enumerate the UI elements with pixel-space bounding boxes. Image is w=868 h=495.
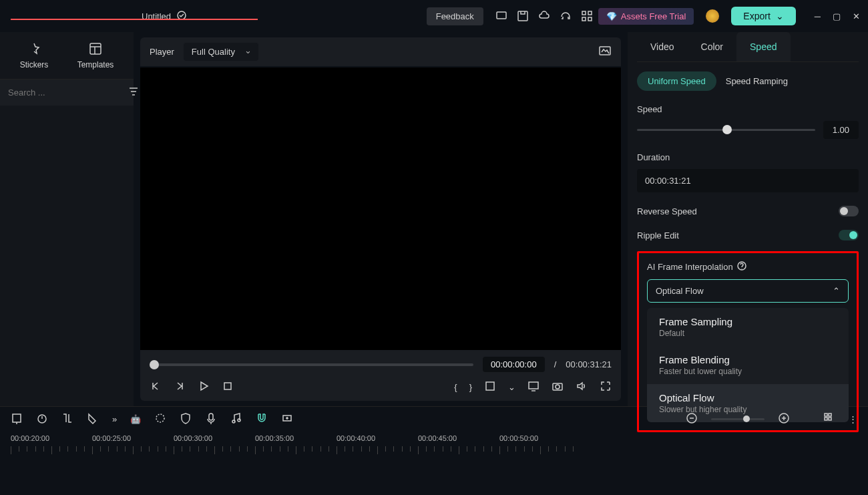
svg-rect-11 bbox=[224, 383, 231, 389]
cloud-icon[interactable] bbox=[538, 10, 550, 22]
svg-rect-13 bbox=[529, 382, 538, 389]
svg-rect-6 bbox=[588, 17, 592, 21]
interpolation-label: AI Frame Interpolation bbox=[647, 262, 733, 272]
tick-label: 00:00:30:00 bbox=[174, 434, 212, 442]
tab-video[interactable]: Video bbox=[637, 32, 688, 61]
time-separator: / bbox=[554, 359, 557, 369]
time-current: 00:00:00:00 bbox=[483, 357, 545, 372]
option-frame-blending[interactable]: Frame Blending Faster but lower quality bbox=[647, 346, 849, 384]
svg-point-23 bbox=[232, 420, 235, 423]
svg-rect-12 bbox=[486, 382, 494, 390]
progress-slider[interactable] bbox=[150, 363, 473, 366]
zoom-slider[interactable] bbox=[711, 418, 765, 420]
effects-icon[interactable] bbox=[154, 412, 166, 426]
video-preview[interactable] bbox=[140, 67, 621, 350]
headset-icon[interactable] bbox=[560, 10, 572, 22]
prev-frame-icon[interactable] bbox=[150, 380, 162, 394]
zoom-out-icon[interactable] bbox=[686, 412, 698, 426]
timeline-settings-icon[interactable]: ⋮ bbox=[849, 414, 857, 424]
next-frame-icon[interactable] bbox=[174, 380, 186, 394]
play-icon[interactable] bbox=[198, 380, 210, 394]
display-icon[interactable] bbox=[527, 380, 539, 394]
templates-label: Templates bbox=[77, 60, 114, 69]
svg-rect-36 bbox=[829, 418, 831, 420]
minimize-icon[interactable]: ─ bbox=[815, 11, 821, 21]
chevron-down-icon[interactable]: ⌄ bbox=[508, 382, 515, 392]
interpolation-selected: Optical Flow bbox=[656, 286, 704, 296]
tab-speed[interactable]: Speed bbox=[736, 32, 790, 61]
screen-icon[interactable] bbox=[495, 10, 507, 22]
stop-icon[interactable] bbox=[222, 380, 234, 394]
speed-slider[interactable] bbox=[637, 129, 815, 131]
interpolation-dropdown[interactable]: Optical Flow ⌃ bbox=[647, 279, 849, 303]
camera-icon[interactable] bbox=[552, 380, 564, 394]
ripple-edit-toggle[interactable] bbox=[839, 230, 859, 240]
svg-point-16 bbox=[556, 385, 560, 389]
timeline-grid-icon[interactable] bbox=[823, 412, 835, 426]
chevron-down-icon: ⌄ bbox=[776, 11, 784, 21]
speed-value[interactable]: 1.00 bbox=[823, 121, 859, 139]
svg-rect-33 bbox=[825, 414, 827, 416]
duration-input[interactable] bbox=[637, 169, 859, 192]
more-tools-icon[interactable]: » bbox=[112, 414, 117, 424]
timeline: » 🤖 ⋮ 00:00:20:00 00:00:25:00 00:00:30:0… bbox=[0, 406, 868, 493]
crop-icon[interactable] bbox=[484, 380, 496, 394]
add-track-icon[interactable] bbox=[281, 412, 293, 426]
crop-tool-icon[interactable] bbox=[61, 412, 73, 426]
top-toolbar: Untitled Feedback 💎 Assets Free Trial Ex… bbox=[0, 0, 868, 32]
ripple-edit-label: Ripple Edit bbox=[637, 230, 679, 240]
tick-label: 00:00:25:00 bbox=[92, 434, 131, 442]
svg-rect-5 bbox=[582, 17, 586, 21]
timeline-ruler[interactable]: 00:00:20:00 00:00:25:00 00:00:30:00 00:0… bbox=[11, 434, 857, 454]
diamond-icon: 💎 bbox=[606, 11, 617, 21]
feedback-button[interactable]: Feedback bbox=[427, 7, 483, 25]
save-icon[interactable] bbox=[517, 10, 529, 22]
volume-icon[interactable] bbox=[576, 380, 588, 394]
help-icon[interactable] bbox=[737, 261, 746, 273]
stopwatch-icon[interactable] bbox=[36, 412, 48, 426]
search-input[interactable] bbox=[8, 88, 120, 98]
fullscreen-icon[interactable] bbox=[600, 380, 612, 394]
tab-color[interactable]: Color bbox=[688, 32, 736, 61]
brace-right-icon[interactable]: } bbox=[469, 382, 472, 392]
tick-label: 00:00:40:00 bbox=[337, 434, 375, 442]
zoom-in-icon[interactable] bbox=[778, 412, 790, 426]
magnet-icon[interactable] bbox=[256, 412, 268, 426]
player-panel: Player Full Quality 00:00:00:00 / 00:00:… bbox=[134, 32, 628, 406]
svg-point-24 bbox=[238, 419, 240, 422]
mic-icon[interactable] bbox=[205, 412, 217, 426]
quality-select[interactable]: Full Quality bbox=[184, 43, 258, 61]
interpolation-menu: Frame Sampling Default Frame Blending Fa… bbox=[647, 308, 849, 422]
in-out-icon[interactable] bbox=[11, 412, 23, 426]
option-frame-sampling[interactable]: Frame Sampling Default bbox=[647, 308, 849, 346]
stickers-tab[interactable]: Stickers bbox=[20, 41, 49, 69]
tick-label: 00:00:20:00 bbox=[11, 434, 49, 442]
shield-icon[interactable] bbox=[180, 412, 192, 426]
svg-rect-18 bbox=[13, 414, 21, 422]
uniform-speed-pill[interactable]: Uniform Speed bbox=[637, 71, 716, 91]
left-sidebar: Stickers Templates ⋯ bbox=[0, 32, 134, 406]
speed-ramping-pill[interactable]: Speed Ramping bbox=[726, 76, 788, 86]
svg-rect-3 bbox=[582, 11, 586, 15]
inspector-panel: Video Color Speed Uniform Speed Speed Ra… bbox=[628, 32, 868, 406]
globe-icon[interactable] bbox=[706, 9, 719, 23]
grid-icon[interactable] bbox=[581, 10, 593, 22]
tick-label: 00:00:50:00 bbox=[499, 434, 538, 442]
snapshot-icon[interactable] bbox=[598, 44, 612, 59]
save-status-icon bbox=[176, 10, 187, 23]
tag-icon[interactable] bbox=[87, 412, 99, 426]
maximize-icon[interactable]: ▢ bbox=[833, 11, 841, 21]
templates-tab[interactable]: Templates bbox=[77, 41, 114, 69]
svg-rect-7 bbox=[90, 43, 101, 54]
chevron-up-icon: ⌃ bbox=[833, 286, 840, 296]
brace-left-icon[interactable]: { bbox=[454, 382, 457, 392]
robot-icon[interactable]: 🤖 bbox=[130, 414, 141, 424]
close-icon[interactable]: ✕ bbox=[853, 11, 860, 21]
svg-rect-34 bbox=[829, 414, 831, 416]
time-total: 00:00:31:21 bbox=[566, 359, 612, 369]
music-icon[interactable] bbox=[230, 412, 242, 426]
export-button[interactable]: Export ⌄ bbox=[731, 7, 795, 25]
templates-icon bbox=[88, 41, 103, 56]
assets-trial-badge[interactable]: 💎 Assets Free Trial bbox=[598, 8, 694, 25]
reverse-speed-toggle[interactable] bbox=[839, 206, 859, 216]
